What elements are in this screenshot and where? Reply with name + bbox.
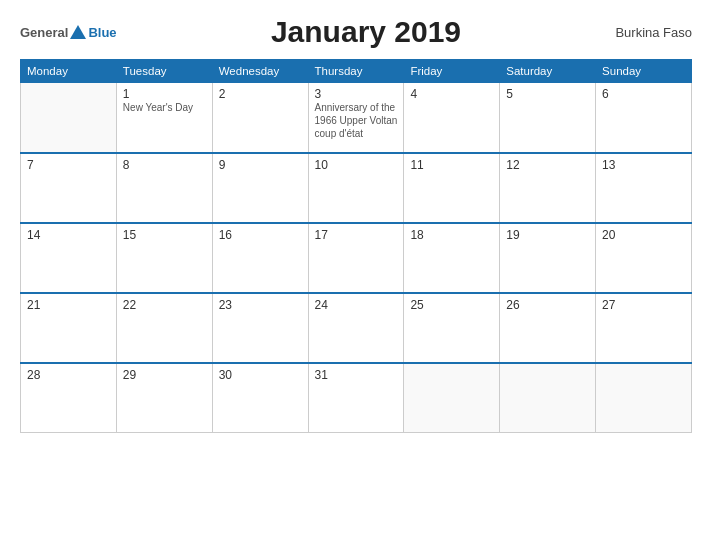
day-header-saturday: Saturday (500, 60, 596, 83)
day-number: 11 (410, 158, 493, 172)
calendar-cell: 17 (308, 223, 404, 293)
day-number: 5 (506, 87, 589, 101)
calendar-cell: 1New Year's Day (116, 83, 212, 153)
calendar-cell: 26 (500, 293, 596, 363)
day-header-monday: Monday (21, 60, 117, 83)
day-number: 30 (219, 368, 302, 382)
calendar-week-2: 78910111213 (21, 153, 692, 223)
calendar-cell: 3Anniversary of the 1966 Upper Voltan co… (308, 83, 404, 153)
days-header-row: MondayTuesdayWednesdayThursdayFridaySatu… (21, 60, 692, 83)
event-label: New Year's Day (123, 102, 193, 113)
calendar-cell: 27 (596, 293, 692, 363)
day-number: 29 (123, 368, 206, 382)
day-number: 10 (315, 158, 398, 172)
calendar-cell: 29 (116, 363, 212, 433)
calendar-cell: 20 (596, 223, 692, 293)
calendar-cell: 24 (308, 293, 404, 363)
calendar-body: 1New Year's Day23Anniversary of the 1966… (21, 83, 692, 433)
day-header-thursday: Thursday (308, 60, 404, 83)
calendar-week-4: 21222324252627 (21, 293, 692, 363)
day-header-wednesday: Wednesday (212, 60, 308, 83)
logo-blue-text: Blue (88, 25, 116, 40)
calendar-cell: 11 (404, 153, 500, 223)
calendar-cell: 15 (116, 223, 212, 293)
calendar-cell: 5 (500, 83, 596, 153)
calendar-cell: 19 (500, 223, 596, 293)
day-number: 19 (506, 228, 589, 242)
day-number: 27 (602, 298, 685, 312)
day-number: 28 (27, 368, 110, 382)
day-number: 21 (27, 298, 110, 312)
day-number: 4 (410, 87, 493, 101)
calendar-cell: 12 (500, 153, 596, 223)
calendar-cell: 22 (116, 293, 212, 363)
calendar-cell: 23 (212, 293, 308, 363)
day-number: 17 (315, 228, 398, 242)
logo-triangle-icon (70, 25, 86, 39)
calendar-cell: 31 (308, 363, 404, 433)
calendar-cell: 4 (404, 83, 500, 153)
calendar-cell (596, 363, 692, 433)
month-title: January 2019 (117, 15, 616, 49)
calendar-cell: 28 (21, 363, 117, 433)
calendar-cell: 7 (21, 153, 117, 223)
day-header-friday: Friday (404, 60, 500, 83)
day-number: 22 (123, 298, 206, 312)
day-number: 25 (410, 298, 493, 312)
country-name: Burkina Faso (615, 25, 692, 40)
calendar-week-5: 28293031 (21, 363, 692, 433)
calendar-table: MondayTuesdayWednesdayThursdayFridaySatu… (20, 59, 692, 433)
day-number: 20 (602, 228, 685, 242)
day-number: 9 (219, 158, 302, 172)
day-number: 1 (123, 87, 206, 101)
calendar-cell: 18 (404, 223, 500, 293)
day-header-sunday: Sunday (596, 60, 692, 83)
day-header-tuesday: Tuesday (116, 60, 212, 83)
day-number: 31 (315, 368, 398, 382)
calendar-header-row: MondayTuesdayWednesdayThursdayFridaySatu… (21, 60, 692, 83)
calendar-page: General Blue January 2019 Burkina Faso M… (0, 0, 712, 550)
day-number: 16 (219, 228, 302, 242)
calendar-cell (21, 83, 117, 153)
calendar-cell: 10 (308, 153, 404, 223)
calendar-cell (500, 363, 596, 433)
day-number: 18 (410, 228, 493, 242)
day-number: 13 (602, 158, 685, 172)
day-number: 23 (219, 298, 302, 312)
calendar-cell: 9 (212, 153, 308, 223)
day-number: 26 (506, 298, 589, 312)
calendar-cell: 2 (212, 83, 308, 153)
day-number: 3 (315, 87, 398, 101)
calendar-cell: 30 (212, 363, 308, 433)
logo-general-text: General (20, 25, 68, 40)
calendar-cell: 14 (21, 223, 117, 293)
day-number: 12 (506, 158, 589, 172)
event-label: Anniversary of the 1966 Upper Voltan cou… (315, 102, 398, 139)
day-number: 24 (315, 298, 398, 312)
calendar-cell: 25 (404, 293, 500, 363)
day-number: 15 (123, 228, 206, 242)
day-number: 7 (27, 158, 110, 172)
day-number: 8 (123, 158, 206, 172)
calendar-cell (404, 363, 500, 433)
calendar-week-1: 1New Year's Day23Anniversary of the 1966… (21, 83, 692, 153)
calendar-week-3: 14151617181920 (21, 223, 692, 293)
calendar-cell: 13 (596, 153, 692, 223)
day-number: 14 (27, 228, 110, 242)
calendar-cell: 8 (116, 153, 212, 223)
calendar-cell: 6 (596, 83, 692, 153)
day-number: 6 (602, 87, 685, 101)
calendar-cell: 21 (21, 293, 117, 363)
day-number: 2 (219, 87, 302, 101)
calendar-cell: 16 (212, 223, 308, 293)
logo: General Blue (20, 25, 117, 40)
calendar-header: General Blue January 2019 Burkina Faso (20, 15, 692, 49)
